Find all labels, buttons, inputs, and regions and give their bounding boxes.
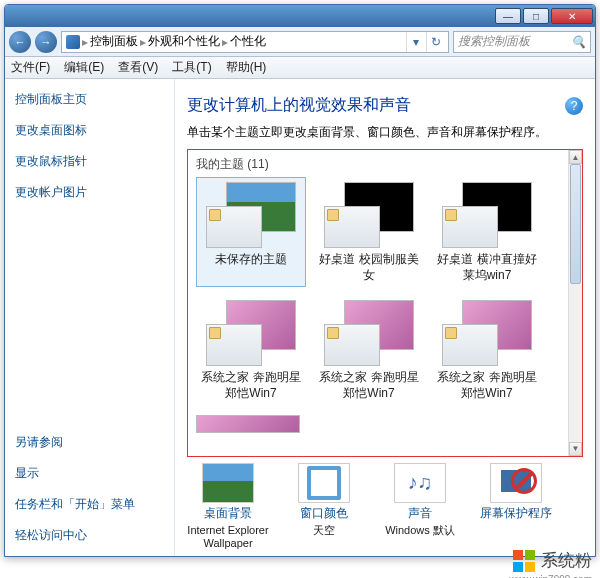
sidebar-link-account-picture[interactable]: 更改帐户图片 [15, 184, 164, 201]
window-color-icon [298, 463, 350, 503]
scroll-up-button[interactable]: ▲ [569, 150, 582, 164]
themes-highlight: 我的主题 (11) 未保存的主题 [187, 149, 583, 457]
sound-value: Windows 默认 [385, 524, 455, 537]
breadcrumb-sep: ▸ [222, 35, 228, 49]
window-color-link[interactable]: 窗口颜色 天空 [283, 463, 365, 550]
watermark-url: www.win7999.com [509, 574, 592, 578]
see-also-taskbar[interactable]: 任务栏和「开始」菜单 [15, 496, 164, 513]
sound-icon: ♪♫ [394, 463, 446, 503]
maximize-button[interactable]: □ [523, 8, 549, 24]
theme-thumb [206, 300, 296, 366]
back-button[interactable]: ← [9, 31, 31, 53]
help-icon[interactable]: ? [565, 97, 583, 115]
address-bar[interactable]: ▸ 控制面板 ▸ 外观和个性化 ▸ 个性化 ▾ ↻ [61, 31, 449, 53]
desktop-background-value: Internet Explorer Wallpaper [187, 524, 269, 550]
watermark-text: 系统粉 [541, 549, 592, 572]
theme-thumb [324, 300, 414, 366]
breadcrumb-1[interactable]: 控制面板 [90, 33, 138, 50]
desktop-background-icon [202, 463, 254, 503]
sound-label: 声音 [408, 505, 432, 522]
theme-item[interactable]: 系统之家 奔跑明星郑恺Win7 [314, 295, 424, 405]
page-subtitle: 单击某个主题立即更改桌面背景、窗口颜色、声音和屏幕保护程序。 [187, 124, 583, 141]
desktop-background-label: 桌面背景 [204, 505, 252, 522]
sidebar-link-desktop-icons[interactable]: 更改桌面图标 [15, 122, 164, 139]
minimize-button[interactable]: — [495, 8, 521, 24]
sidebar: 控制面板主页 更改桌面图标 更改鼠标指针 更改帐户图片 另请参阅 显示 任务栏和… [5, 79, 175, 556]
desktop-background-link[interactable]: 桌面背景 Internet Explorer Wallpaper [187, 463, 269, 550]
see-also-display[interactable]: 显示 [15, 465, 164, 482]
screensaver-icon [490, 463, 542, 503]
my-themes-label: 我的主题 (11) [196, 156, 564, 173]
search-icon: 🔍 [571, 35, 586, 49]
watermark: 系统粉 [513, 549, 592, 572]
theme-item[interactable]: 系统之家 奔跑明星郑恺Win7 [196, 295, 306, 405]
theme-label: 系统之家 奔跑明星郑恺Win7 [317, 370, 421, 400]
navbar: ← → ▸ 控制面板 ▸ 外观和个性化 ▸ 个性化 ▾ ↻ 搜索控制面板 🔍 [5, 27, 595, 57]
theme-item[interactable]: 未保存的主题 [196, 177, 306, 287]
screensaver-label: 屏幕保护程序 [480, 505, 552, 522]
scroll-track[interactable] [569, 164, 582, 442]
address-dropdown[interactable]: ▾ [406, 32, 424, 52]
theme-item[interactable]: 好桌道 横冲直撞好莱坞win7 [432, 177, 542, 287]
menu-view[interactable]: 查看(V) [118, 59, 158, 76]
theme-label: 系统之家 奔跑明星郑恺Win7 [199, 370, 303, 400]
theme-thumb [324, 182, 414, 248]
page-title: 更改计算机上的视觉效果和声音 [187, 95, 411, 116]
content-area: 更改计算机上的视觉效果和声音 ? 单击某个主题立即更改桌面背景、窗口颜色、声音和… [175, 79, 595, 556]
see-also-title: 另请参阅 [15, 434, 164, 451]
scroll-down-button[interactable]: ▼ [569, 442, 582, 456]
theme-thumb [442, 300, 532, 366]
control-panel-window: — □ ✕ ← → ▸ 控制面板 ▸ 外观和个性化 ▸ 个性化 ▾ ↻ 搜索控制… [4, 4, 596, 557]
close-button[interactable]: ✕ [551, 8, 593, 24]
theme-thumb [206, 182, 296, 248]
theme-grid: 未保存的主题 好桌道 校园制服美女 [196, 177, 564, 433]
window-color-value: 天空 [313, 524, 335, 537]
screensaver-link[interactable]: 屏幕保护程序 [475, 463, 557, 550]
menu-tools[interactable]: 工具(T) [172, 59, 211, 76]
menu-file[interactable]: 文件(F) [11, 59, 50, 76]
bottom-row: 桌面背景 Internet Explorer Wallpaper 窗口颜色 天空… [187, 457, 583, 550]
theme-label: 好桌道 校园制服美女 [317, 252, 421, 282]
breadcrumb-sep: ▸ [82, 35, 88, 49]
sound-link[interactable]: ♪♫ 声音 Windows 默认 [379, 463, 461, 550]
menubar: 文件(F) 编辑(E) 查看(V) 工具(T) 帮助(H) [5, 57, 595, 79]
see-also-ease-of-access[interactable]: 轻松访问中心 [15, 527, 164, 544]
breadcrumb-sep: ▸ [140, 35, 146, 49]
sidebar-home[interactable]: 控制面板主页 [15, 91, 164, 108]
main-split: 控制面板主页 更改桌面图标 更改鼠标指针 更改帐户图片 另请参阅 显示 任务栏和… [5, 79, 595, 556]
sidebar-link-mouse-pointer[interactable]: 更改鼠标指针 [15, 153, 164, 170]
theme-item[interactable]: 好桌道 校园制服美女 [314, 177, 424, 287]
page-title-row: 更改计算机上的视觉效果和声音 ? [187, 95, 583, 116]
theme-item[interactable]: 系统之家 奔跑明星郑恺Win7 [432, 295, 542, 405]
search-box[interactable]: 搜索控制面板 🔍 [453, 31, 591, 53]
theme-label: 系统之家 奔跑明星郑恺Win7 [435, 370, 539, 400]
theme-label: 好桌道 横冲直撞好莱坞win7 [435, 252, 539, 282]
titlebar: — □ ✕ [5, 5, 595, 27]
search-placeholder: 搜索控制面板 [458, 33, 571, 50]
window-color-label: 窗口颜色 [300, 505, 348, 522]
theme-thumb [442, 182, 532, 248]
refresh-button[interactable]: ↻ [426, 32, 444, 52]
themes-scrollbar[interactable]: ▲ ▼ [568, 150, 582, 456]
watermark-logo [513, 550, 535, 572]
forward-button[interactable]: → [35, 31, 57, 53]
menu-edit[interactable]: 编辑(E) [64, 59, 104, 76]
scroll-thumb[interactable] [570, 164, 581, 284]
breadcrumb-2[interactable]: 外观和个性化 [148, 33, 220, 50]
themes-pane: 我的主题 (11) 未保存的主题 [188, 150, 568, 456]
menu-help[interactable]: 帮助(H) [226, 59, 267, 76]
control-panel-icon [66, 35, 80, 49]
breadcrumb-3[interactable]: 个性化 [230, 33, 266, 50]
theme-label: 未保存的主题 [215, 252, 287, 282]
theme-item-partial[interactable] [196, 415, 300, 433]
